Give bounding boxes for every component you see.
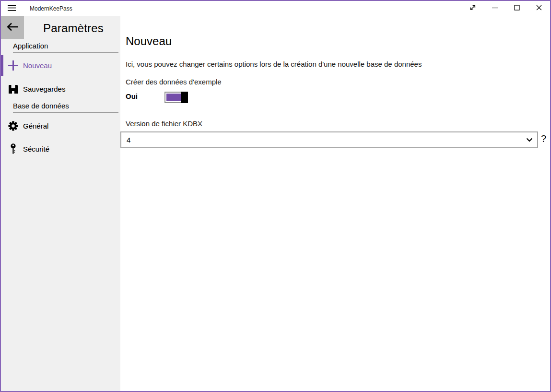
hamburger-menu-button[interactable] xyxy=(1,1,24,16)
save-icon xyxy=(7,83,19,95)
kdbx-version-select[interactable]: 4 xyxy=(120,131,538,148)
minimize-icon xyxy=(492,5,498,12)
sidebar-group-application: Application xyxy=(13,42,118,53)
selection-indicator xyxy=(1,116,3,136)
close-icon xyxy=(536,5,542,12)
app-title: ModernKeePass xyxy=(30,5,72,12)
plus-icon xyxy=(7,60,19,71)
close-button[interactable] xyxy=(528,1,550,16)
kdbx-version-value: 4 xyxy=(127,136,526,144)
gear-icon xyxy=(7,120,19,132)
kdbx-version-label: Version de fichier KDBX xyxy=(126,119,202,128)
sidebar-item-label: Général xyxy=(23,122,48,130)
sidebar-item-label: Nouveau xyxy=(23,61,52,70)
sidebar-group-base-de-donnees: Base de données xyxy=(13,102,118,113)
app-window: ModernKeePass xyxy=(0,0,551,392)
sample-data-label: Créer des données d'exemple xyxy=(126,78,222,86)
fullscreen-button[interactable] xyxy=(462,1,484,16)
sidebar-item-label: Sauvegardes xyxy=(23,85,65,93)
selection-indicator xyxy=(1,139,3,159)
fullscreen-icon xyxy=(469,4,476,12)
toggle-state-label: Oui xyxy=(126,92,138,100)
titlebar: ModernKeePass xyxy=(1,1,550,16)
kdbx-help-button[interactable]: ? xyxy=(541,133,546,144)
sidebar-item-label: Sécurité xyxy=(23,145,49,153)
toggle-knob[interactable] xyxy=(181,92,188,103)
settings-content: Nouveau Ici, vous pouvez changer certain… xyxy=(120,16,550,391)
settings-sidebar: Paramètres Application Nouveau Sauvegard… xyxy=(1,16,120,391)
maximize-icon xyxy=(514,5,520,12)
sample-data-toggle[interactable] xyxy=(164,92,188,103)
settings-pane-title: Paramètres xyxy=(43,22,104,35)
chevron-down-icon xyxy=(526,138,533,142)
sidebar-item-securite[interactable]: Sécurité xyxy=(1,139,120,159)
back-arrow-icon xyxy=(6,22,19,33)
page-title: Nouveau xyxy=(126,35,172,48)
maximize-button[interactable] xyxy=(506,1,528,16)
sidebar-item-nouveau[interactable]: Nouveau xyxy=(1,55,120,76)
selection-indicator xyxy=(1,55,3,76)
minimize-button[interactable] xyxy=(484,1,506,16)
selection-indicator xyxy=(1,79,3,99)
back-button[interactable] xyxy=(1,16,24,39)
hamburger-icon xyxy=(8,5,16,12)
key-icon xyxy=(7,143,19,155)
sidebar-item-general[interactable]: Général xyxy=(1,116,120,136)
sidebar-item-sauvegardes[interactable]: Sauvegardes xyxy=(1,79,120,99)
page-description: Ici, vous pouvez changer certains option… xyxy=(126,60,519,68)
